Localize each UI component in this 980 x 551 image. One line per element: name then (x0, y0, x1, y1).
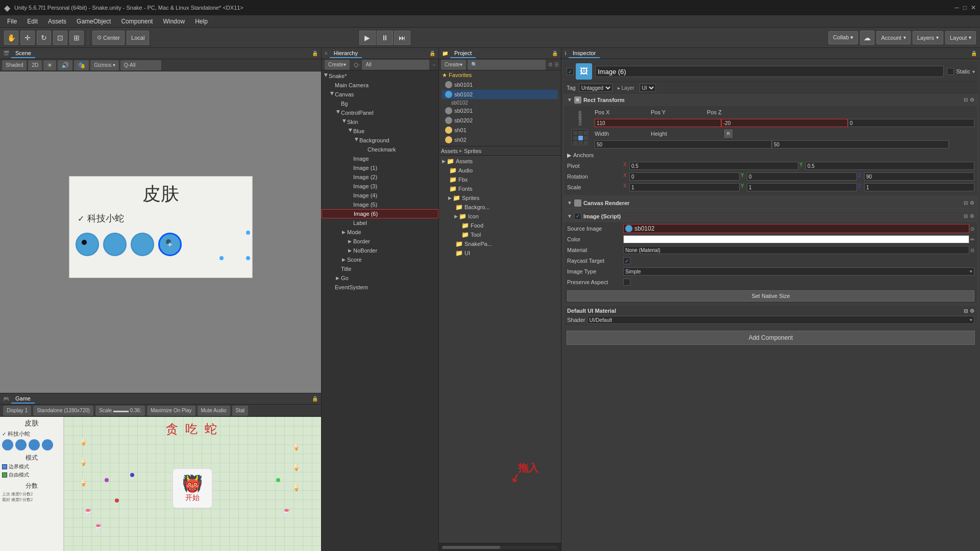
maximize-btn[interactable]: □ (963, 4, 967, 11)
project-tab[interactable]: Project (450, 49, 476, 58)
gizmos-btn[interactable]: Gizmos ▾ (90, 60, 119, 70)
fav-sb0202[interactable]: sb0202 (442, 116, 558, 125)
menu-component[interactable]: Component (116, 17, 158, 26)
material-select-btn[interactable]: ⊙ (970, 247, 974, 253)
default-material-gear[interactable]: ⚙ (970, 308, 974, 314)
scene-search-input[interactable] (120, 60, 161, 70)
h-image[interactable]: Image (322, 154, 438, 163)
scale-y-input[interactable] (747, 183, 857, 191)
h-label-item[interactable]: Label (322, 218, 438, 228)
cloud-btn[interactable]: ☁ (860, 31, 874, 45)
object-name-input[interactable] (595, 66, 944, 77)
stat-btn[interactable]: Stat (232, 406, 249, 416)
project-icon-btn1[interactable]: ⚙ (548, 62, 553, 67)
rot-y-input[interactable] (747, 172, 857, 181)
p-audio[interactable]: 📁 Audio (439, 166, 561, 175)
scene-view[interactable]: 皮肤 ✓ 科技小蛇 ✦ (0, 71, 321, 393)
p-fonts[interactable]: 📁 Fonts (439, 184, 561, 193)
p-fbx[interactable]: 📁 Fbx (439, 175, 561, 184)
project-scrollbar[interactable] (442, 546, 558, 549)
h-mode[interactable]: ▶ Mode (322, 228, 438, 237)
h-image2[interactable]: Image (2) (322, 172, 438, 182)
scene-handle-tr[interactable] (246, 231, 250, 235)
pos-y-input[interactable]: -20 (721, 119, 848, 127)
h-checkmark[interactable]: Checkmark (322, 145, 438, 154)
h-image5[interactable]: Image (5) (322, 200, 438, 209)
scene-handle-br[interactable] (246, 256, 250, 260)
h-go[interactable]: ▶ Go (322, 273, 438, 283)
display-btn[interactable]: Display 1 (3, 406, 31, 416)
h-image3[interactable]: Image (3) (322, 182, 438, 191)
hierarchy-search-input[interactable] (362, 60, 429, 70)
scene-light-btn[interactable]: ☀ (43, 60, 56, 70)
minimize-btn[interactable]: ─ (954, 4, 959, 11)
h-canvas[interactable]: ▶ Canvas (322, 90, 438, 99)
p-snakepa[interactable]: 📁 SnakePa... (439, 239, 561, 248)
height-input[interactable]: 50 (772, 140, 949, 148)
game-lock-icon[interactable]: 🔒 (312, 396, 318, 402)
image-gear-icon[interactable]: ⚙ (970, 213, 974, 219)
color-swatch[interactable] (623, 235, 969, 243)
project-icon-btn2[interactable]: ☰ (554, 62, 559, 67)
anchor-widget[interactable] (572, 129, 588, 145)
canvas-copy-icon[interactable]: ⊟ (964, 200, 968, 206)
inspector-tab[interactable]: Inspector (569, 49, 600, 58)
pos-x-input[interactable]: 110 (595, 119, 721, 127)
p-icon[interactable]: ▶ 📁 Icon (439, 212, 561, 221)
set-native-size-btn[interactable]: Set Native Size (567, 290, 974, 302)
scene-lock-icon[interactable]: 🔒 (312, 51, 318, 56)
menu-assets[interactable]: Assets (43, 17, 71, 26)
h-image6[interactable]: Image (6) (322, 209, 438, 218)
scale-btn[interactable]: Scale ▬▬▬ 0.36: (95, 406, 145, 416)
raycast-checkbox[interactable] (623, 257, 630, 264)
rect-tool-btn[interactable]: ⊞ (69, 31, 84, 45)
fav-sh01[interactable]: sh01 (442, 126, 558, 135)
tag-select[interactable]: Untagged (579, 84, 612, 92)
image-copy-icon[interactable]: ⊟ (964, 213, 968, 219)
project-lock-icon[interactable]: 🔒 (552, 51, 558, 56)
h-background[interactable]: ▶ Background (322, 136, 438, 145)
p-sprites[interactable]: ▶ 📁 Sprites (439, 193, 561, 203)
scale-x-input[interactable] (629, 183, 740, 191)
hierarchy-tab[interactable]: Hierarchy (330, 49, 362, 58)
h-border[interactable]: ▶ Border (322, 237, 438, 246)
breadcrumb-sprites[interactable]: Sprites (464, 148, 481, 154)
p-assets[interactable]: ▶ 📁 Assets (439, 157, 561, 166)
rect-expand-btn[interactable]: R (724, 130, 732, 138)
h-eventsystem[interactable]: EventSystem (322, 283, 438, 292)
project-search-input[interactable] (468, 60, 546, 70)
add-component-btn[interactable]: Add Component (567, 331, 975, 345)
2d-btn[interactable]: 2D (28, 60, 42, 70)
mute-btn[interactable]: Mute Audio (198, 406, 230, 416)
width-input[interactable]: 50 (595, 140, 772, 148)
static-checkbox[interactable] (947, 68, 954, 75)
collab-btn[interactable]: Collab ▾ (828, 31, 858, 44)
canvas-gear-icon[interactable]: ⚙ (970, 200, 974, 206)
h-bg[interactable]: Bg (322, 99, 438, 108)
menu-gameobject[interactable]: GameObject (71, 17, 116, 26)
anchors-arrow[interactable]: ▶ (567, 152, 571, 159)
game-view[interactable]: 皮肤 ✓ 科技小蛇 模式 边界模式 (0, 417, 321, 551)
h-image4[interactable]: Image (4) (322, 191, 438, 200)
breadcrumb-assets[interactable]: Assets (441, 148, 458, 154)
center-btn[interactable]: ⊙ Center (92, 31, 125, 45)
rot-x-input[interactable] (629, 172, 740, 181)
p-food[interactable]: 📁 Food (439, 221, 561, 230)
scale-tool-btn[interactable]: ⊡ (53, 31, 67, 45)
local-btn[interactable]: Local (127, 31, 149, 45)
rotate-tool-btn[interactable]: ↻ (37, 31, 51, 45)
menu-help[interactable]: Help (190, 17, 213, 26)
preserve-checkbox[interactable] (623, 279, 630, 286)
pivot-x-input[interactable] (629, 162, 798, 170)
static-arrow[interactable]: ▾ (972, 69, 975, 74)
hand-tool-btn[interactable]: ✋ (4, 31, 18, 45)
menu-file[interactable]: File (2, 17, 22, 26)
pause-btn[interactable]: ⏸ (377, 31, 393, 45)
play-btn[interactable]: ▶ (359, 31, 376, 45)
p-background[interactable]: 📁 Backgro... (439, 203, 561, 212)
color-eyedropper[interactable]: ✏ (970, 237, 974, 242)
rect-transform-header[interactable]: ▼ ⊞ Rect Transform ⊟ ⚙ (564, 94, 977, 106)
hierarchy-lock-icon[interactable]: 🔒 (429, 51, 435, 56)
inspector-lock-icon[interactable]: 🔒 (971, 51, 977, 56)
layer-select[interactable]: UI (640, 84, 656, 92)
